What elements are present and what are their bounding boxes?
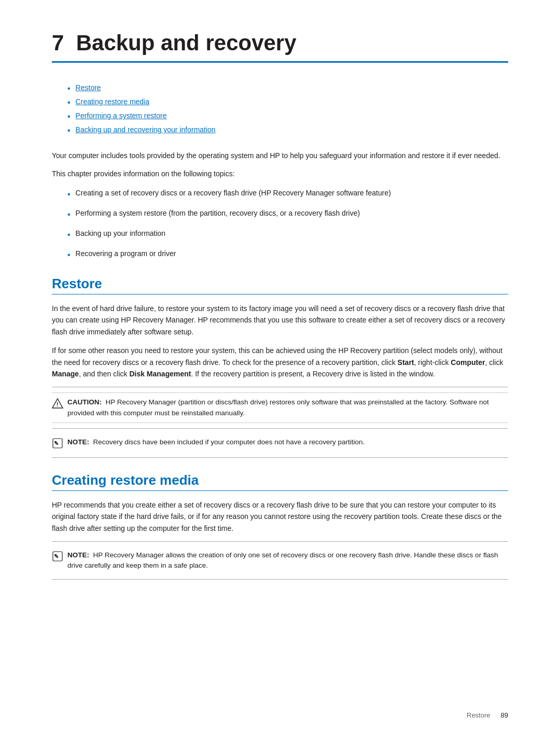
intro-bullet-3: Backing up your information xyxy=(67,228,508,241)
restore-section-body: In the event of hard drive failure, to r… xyxy=(52,303,508,458)
intro-paragraph2: This chapter provides information on the… xyxy=(52,168,508,179)
intro-bullet-4: Recovering a program or driver xyxy=(67,248,508,261)
bold-disk-management: Disk Management xyxy=(129,370,191,378)
caution-label: CAUTION: xyxy=(67,398,102,406)
toc-list: Restore Creating restore media Performin… xyxy=(67,83,508,135)
chapter-number: 7 xyxy=(52,31,64,55)
restore-bottom-divider xyxy=(52,457,508,458)
toc-item-performing: Performing a system restore xyxy=(67,111,508,121)
footer-page: 89 xyxy=(501,711,508,719)
chapter-header: 7 Backup and recovery xyxy=(52,31,508,63)
creating-note-divider-top xyxy=(52,541,508,542)
caution-text: CAUTION: HP Recovery Manager (partition … xyxy=(67,397,508,418)
note-body-creating: HP Recovery Manager allows the creation … xyxy=(67,551,498,569)
restore-paragraph1: In the event of hard drive failure, to r… xyxy=(52,303,508,338)
toc-item-creating: Creating restore media xyxy=(67,97,508,107)
toc-link-backing[interactable]: Backing up and recovering your informati… xyxy=(76,125,216,134)
creating-paragraph1: HP recommends that you create either a s… xyxy=(52,499,508,534)
creating-note-divider-bottom xyxy=(52,579,508,580)
toc-item-restore: Restore xyxy=(67,83,508,93)
svg-text:!: ! xyxy=(57,401,59,407)
page: 7 Backup and recovery Restore Creating r… xyxy=(0,0,560,745)
note-icon-creating: ✎ xyxy=(52,551,63,562)
note-box-creating: ✎ NOTE: HP Recovery Manager allows the c… xyxy=(52,547,508,574)
footer: Restore 89 xyxy=(467,711,508,719)
caution-body: HP Recovery Manager (partition or discs/… xyxy=(67,398,489,416)
note-body-restore: Recovery discs have been included if you… xyxy=(93,438,365,446)
chapter-title: 7 Backup and recovery xyxy=(52,31,508,55)
note-text-creating: NOTE: HP Recovery Manager allows the cre… xyxy=(67,550,508,571)
bold-computer: Computer xyxy=(451,358,485,367)
caution-divider-bottom xyxy=(52,428,508,429)
svg-text:✎: ✎ xyxy=(54,553,59,559)
intro-bullet-list: Creating a set of recovery discs or a re… xyxy=(67,188,508,261)
creating-restore-media-section-title: Creating restore media xyxy=(52,472,508,491)
caution-divider-top xyxy=(52,387,508,387)
caution-box: ! CAUTION: HP Recovery Manager (partitio… xyxy=(52,392,508,423)
creating-restore-media-body: HP recommends that you create either a s… xyxy=(52,499,508,580)
bold-start: Start xyxy=(398,358,414,367)
toc-link-creating[interactable]: Creating restore media xyxy=(76,97,149,106)
note-label-restore: NOTE: xyxy=(67,438,89,446)
footer-text: Restore 89 xyxy=(467,711,508,719)
note-box-restore: ✎ NOTE: Recovery discs have been include… xyxy=(52,434,508,452)
intro-paragraph1: Your computer includes tools provided by… xyxy=(52,150,508,161)
intro-bullet-2: Performing a system restore (from the pa… xyxy=(67,208,508,221)
footer-section: Restore xyxy=(467,711,491,719)
restore-section-title: Restore xyxy=(52,276,508,294)
note-text-restore: NOTE: Recovery discs have been included … xyxy=(67,437,365,447)
toc-link-performing[interactable]: Performing a system restore xyxy=(76,111,167,120)
caution-icon: ! xyxy=(52,398,63,409)
bold-manage: Manage xyxy=(52,370,79,378)
restore-paragraph2: If for some other reason you need to res… xyxy=(52,345,508,379)
intro-bullet-1: Creating a set of recovery discs or a re… xyxy=(67,188,508,201)
svg-text:✎: ✎ xyxy=(54,440,59,446)
note-icon-restore: ✎ xyxy=(52,438,63,449)
toc-item-backing: Backing up and recovering your informati… xyxy=(67,125,508,135)
toc-link-restore[interactable]: Restore xyxy=(76,83,101,92)
note-label-creating: NOTE: xyxy=(67,551,89,559)
chapter-title-text: Backup and recovery xyxy=(76,31,297,55)
